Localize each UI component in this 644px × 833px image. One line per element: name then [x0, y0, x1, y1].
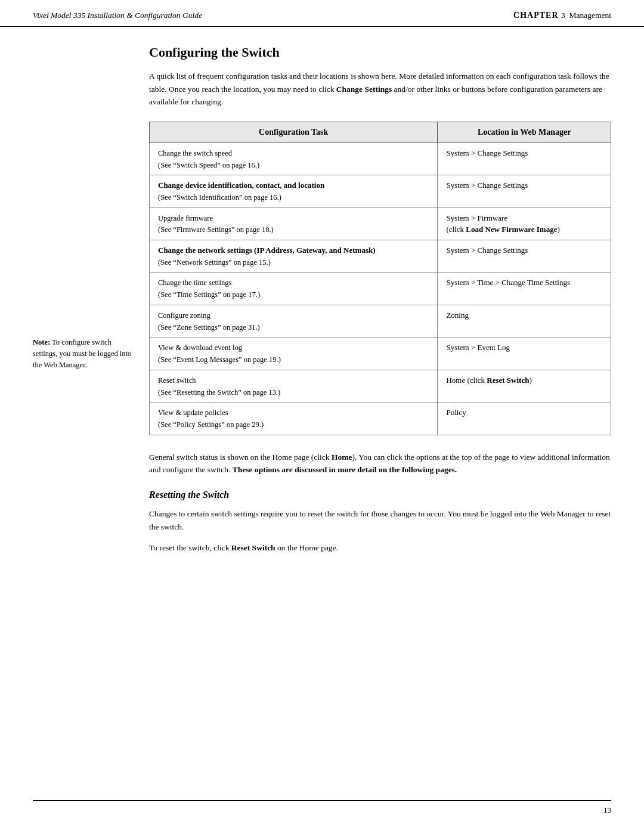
location-cell: System > Change Settings	[438, 175, 611, 208]
task-cell: Change device identification, contact, a…	[150, 175, 438, 208]
table-row: Change the switch speed(See “Switch Spee…	[150, 143, 611, 175]
location-cell: System > Change Settings	[438, 240, 611, 272]
location-text: Home (click Reset Switch)	[446, 376, 531, 385]
task-cell: Configure zoning(See “Zone Settings” on …	[150, 305, 438, 337]
table-row: Reset switch(See “Resetting the Switch” …	[150, 370, 611, 402]
header-guide-title: Vixel Model 335 Installation & Configura…	[33, 11, 202, 20]
left-note: Note: To configure switch settings, you …	[33, 45, 143, 563]
table-row: Configure zoning(See “Zone Settings” on …	[150, 305, 611, 337]
page-container: Vixel Model 335 Installation & Configura…	[0, 0, 644, 833]
task-cell: Reset switch(See “Resetting the Switch” …	[150, 370, 438, 402]
header-chapter: CHAPTER 3 Management	[513, 11, 611, 20]
main-content: Note: To configure switch settings, you …	[0, 27, 644, 581]
task-cell: Upgrade firmware(See “Firmware Settings”…	[150, 208, 438, 240]
task-subtext: (See “Switch Identification” on page 16.…	[158, 193, 281, 202]
resetting-subsection-title: Resetting the Switch	[149, 490, 611, 500]
load-firmware-bold: Load New Firmware Image	[466, 225, 557, 234]
task-text: Change the network settings (IP Address,…	[158, 246, 376, 255]
col2-header: Location in Web Manager	[438, 122, 611, 143]
task-text: Reset switch(See “Resetting the Switch” …	[158, 376, 280, 397]
config-table: Configuration Task Location in Web Manag…	[149, 122, 611, 435]
reset-switch-inline-bold: Reset Switch	[231, 543, 275, 552]
location-cell: Policy	[438, 402, 611, 435]
location-text: Zoning	[446, 311, 469, 320]
location-text: System > Firmware(click Load New Firmwar…	[446, 213, 559, 234]
location-cell: System > Change Settings	[438, 143, 611, 175]
location-text: System > Change Settings	[446, 181, 528, 190]
task-cell: View & download event log(See “Event Log…	[150, 337, 438, 370]
task-text: Change the switch speed(See “Switch Spee…	[158, 149, 259, 169]
location-text: System > Event Log	[446, 343, 510, 352]
page-footer: 13	[33, 800, 611, 815]
table-header-row: Configuration Task Location in Web Manag…	[150, 122, 611, 143]
location-text: System > Change Settings	[446, 148, 528, 157]
task-cell: Change the time settings(See “Time Setti…	[150, 272, 438, 305]
location-cell: System > Event Log	[438, 337, 611, 370]
location-cell: Zoning	[438, 305, 611, 337]
change-settings-bold: Change Settings	[336, 85, 392, 94]
table-row: View & update policies(See “Policy Setti…	[150, 402, 611, 435]
location-cell: System > Firmware(click Load New Firmwar…	[438, 208, 611, 240]
task-text: View & download event log(See “Event Log…	[158, 343, 281, 364]
col1-header: Configuration Task	[150, 122, 438, 143]
chapter-label: CHAPTER	[513, 11, 561, 20]
intro-paragraph: A quick list of frequent configuration t…	[149, 70, 611, 109]
chapter-title: Management	[569, 11, 611, 20]
page-number: 13	[603, 806, 611, 815]
task-text: Configure zoning(See “Zone Settings” on …	[158, 311, 260, 332]
task-cell: Change the network settings (IP Address,…	[150, 240, 438, 272]
location-cell: Home (click Reset Switch)	[438, 370, 611, 402]
resetting-para1: Changes to certain switch settings requi…	[149, 507, 611, 533]
task-cell: View & update policies(See “Policy Setti…	[150, 402, 438, 435]
location-cell: System > Time > Change Time Settings	[438, 272, 611, 305]
location-text: System > Time > Change Time Settings	[446, 278, 570, 287]
reset-switch-bold: Reset Switch	[487, 376, 529, 385]
section-title: Configuring the Switch	[149, 45, 611, 60]
general-status-paragraph: General switch status is shown on the Ho…	[149, 451, 611, 476]
task-text: View & update policies(See “Policy Setti…	[158, 408, 264, 429]
task-subtext: (See “Network Settings” on page 15.)	[158, 258, 271, 267]
left-note-text: Note: To configure switch settings, you …	[33, 337, 132, 370]
task-text: Change device identification, contact, a…	[158, 181, 324, 190]
table-row: View & download event log(See “Event Log…	[150, 337, 611, 370]
right-content: Configuring the Switch A quick list of f…	[143, 45, 611, 563]
table-row: Upgrade firmware(See “Firmware Settings”…	[150, 208, 611, 240]
resetting-para2: To reset the switch, click Reset Switch …	[149, 541, 611, 555]
page-header: Vixel Model 335 Installation & Configura…	[0, 0, 644, 27]
chapter-number: 3	[561, 11, 565, 20]
location-text: Policy	[446, 408, 466, 417]
task-text: Change the time settings(See “Time Setti…	[158, 278, 260, 299]
home-bold: Home	[332, 453, 352, 462]
location-text: System > Change Settings	[446, 246, 528, 255]
table-row: Change the time settings(See “Time Setti…	[150, 272, 611, 305]
options-discussed-bold: These options are discussed in more deta…	[233, 465, 457, 474]
table-row: Change device identification, contact, a…	[150, 175, 611, 208]
task-text: Upgrade firmware(See “Firmware Settings”…	[158, 214, 274, 234]
table-row: Change the network settings (IP Address,…	[150, 240, 611, 272]
task-cell: Change the switch speed(See “Switch Spee…	[150, 143, 438, 175]
note-label: Note:	[33, 338, 50, 346]
